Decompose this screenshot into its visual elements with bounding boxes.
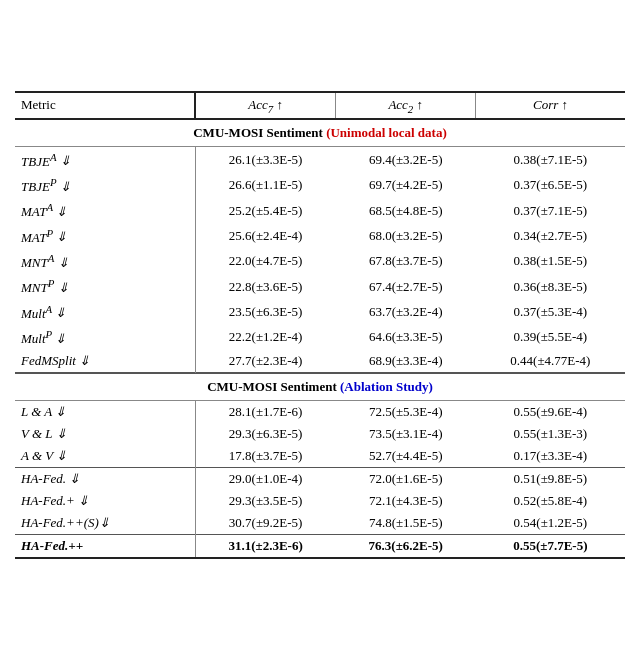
acc2-cell: 72.5(±5.3E-4) [336, 400, 476, 423]
corr-cell: 0.52(±5.8E-4) [476, 490, 625, 512]
table-row: V & L ⇓ 29.3(±6.3E-5) 73.5(±3.1E-4) 0.55… [15, 423, 625, 445]
corr-header: Corr ↑ [476, 92, 625, 120]
metric-cell: MATP ⇓ [15, 223, 195, 248]
metric-cell: HA-Fed.++(S)⇓ [15, 512, 195, 535]
table-row: L & A ⇓ 28.1(±1.7E-6) 72.5(±5.3E-4) 0.55… [15, 400, 625, 423]
table-row: TBJEA ⇓ 26.1(±3.3E-5) 69.4(±3.2E-5) 0.38… [15, 147, 625, 173]
section2-header: CMU-MOSI Sentiment (Ablation Study) [15, 373, 625, 400]
corr-cell: 0.55(±9.6E-4) [476, 400, 625, 423]
corr-cell: 0.34(±2.7E-5) [476, 223, 625, 248]
corr-cell: 0.38(±7.1E-5) [476, 147, 625, 173]
acc2-cell: 76.3(±6.2E-5) [336, 535, 476, 559]
metric-cell: MNTP ⇓ [15, 274, 195, 299]
acc7-cell: 26.1(±3.3E-5) [195, 147, 336, 173]
metric-cell: HA-Fed.+ ⇓ [15, 490, 195, 512]
acc7-cell: 22.2(±1.2E-4) [195, 325, 336, 350]
acc2-cell: 69.7(±4.2E-5) [336, 173, 476, 198]
acc2-cell: 73.5(±3.1E-4) [336, 423, 476, 445]
table-row: MNTA ⇓ 22.0(±4.7E-5) 67.8(±3.7E-5) 0.38(… [15, 249, 625, 274]
table-row: MultA ⇓ 23.5(±6.3E-5) 63.7(±3.2E-4) 0.37… [15, 299, 625, 324]
metric-cell: MATA ⇓ [15, 198, 195, 223]
metric-header: Metric [15, 92, 195, 120]
acc7-cell: 29.0(±1.0E-4) [195, 468, 336, 490]
table-row: HA-Fed.++(S)⇓ 30.7(±9.2E-5) 74.8(±1.5E-5… [15, 512, 625, 535]
acc7-cell: 22.8(±3.6E-5) [195, 274, 336, 299]
table-row: MATA ⇓ 25.2(±5.4E-5) 68.5(±4.8E-5) 0.37(… [15, 198, 625, 223]
acc2-cell: 68.9(±3.3E-4) [336, 350, 476, 373]
acc7-cell: 26.6(±1.1E-5) [195, 173, 336, 198]
corr-cell: 0.37(±5.3E-4) [476, 299, 625, 324]
metric-cell: MultA ⇓ [15, 299, 195, 324]
metric-cell: MultP ⇓ [15, 325, 195, 350]
table-container: Metric Acc7 ↑ Acc2 ↑ Corr ↑ CMU-MOSI Sen… [15, 91, 625, 560]
acc2-cell: 63.7(±3.2E-4) [336, 299, 476, 324]
acc2-cell: 67.8(±3.7E-5) [336, 249, 476, 274]
acc7-cell: 29.3(±6.3E-5) [195, 423, 336, 445]
corr-cell: 0.39(±5.5E-4) [476, 325, 625, 350]
acc2-cell: 74.8(±1.5E-5) [336, 512, 476, 535]
acc7-cell: 25.6(±2.4E-4) [195, 223, 336, 248]
section2-title-colored: (Ablation Study) [340, 379, 433, 394]
table-row: HA-Fed.++ 31.1(±2.3E-6) 76.3(±6.2E-5) 0.… [15, 535, 625, 559]
acc7-cell: 29.3(±3.5E-5) [195, 490, 336, 512]
metric-cell: TBJEA ⇓ [15, 147, 195, 173]
corr-cell: 0.37(±6.5E-5) [476, 173, 625, 198]
section2-title-plain: CMU-MOSI Sentiment [207, 379, 340, 394]
corr-cell: 0.55(±1.3E-3) [476, 423, 625, 445]
metric-cell: V & L ⇓ [15, 423, 195, 445]
metric-cell: TBJEP ⇓ [15, 173, 195, 198]
acc7-cell: 23.5(±6.3E-5) [195, 299, 336, 324]
metric-cell: L & A ⇓ [15, 400, 195, 423]
corr-cell: 0.17(±3.3E-4) [476, 445, 625, 468]
section1-title-plain: CMU-MOSI Sentiment [193, 125, 326, 140]
table-header: Metric Acc7 ↑ Acc2 ↑ Corr ↑ [15, 92, 625, 120]
section1-header: CMU-MOSI Sentiment (Unimodal local data) [15, 119, 625, 147]
acc2-cell: 72.0(±1.6E-5) [336, 468, 476, 490]
table-row: A & V ⇓ 17.8(±3.7E-5) 52.7(±4.4E-5) 0.17… [15, 445, 625, 468]
acc2-cell: 67.4(±2.7E-5) [336, 274, 476, 299]
metric-cell: A & V ⇓ [15, 445, 195, 468]
acc7-cell: 31.1(±2.3E-6) [195, 535, 336, 559]
table-row: MultP ⇓ 22.2(±1.2E-4) 64.6(±3.3E-5) 0.39… [15, 325, 625, 350]
acc7-header: Acc7 ↑ [195, 92, 336, 120]
acc2-cell: 68.0(±3.2E-5) [336, 223, 476, 248]
metric-cell: HA-Fed. ⇓ [15, 468, 195, 490]
acc7-cell: 28.1(±1.7E-6) [195, 400, 336, 423]
corr-cell: 0.51(±9.8E-5) [476, 468, 625, 490]
table-row: MNTP ⇓ 22.8(±3.6E-5) 67.4(±2.7E-5) 0.36(… [15, 274, 625, 299]
section1-title-colored: (Unimodal local data) [326, 125, 447, 140]
acc2-cell: 64.6(±3.3E-5) [336, 325, 476, 350]
corr-cell: 0.37(±7.1E-5) [476, 198, 625, 223]
corr-cell: 0.55(±7.7E-5) [476, 535, 625, 559]
corr-cell: 0.36(±8.3E-5) [476, 274, 625, 299]
table-row: FedMSplit ⇓ 27.7(±2.3E-4) 68.9(±3.3E-4) … [15, 350, 625, 373]
table-row: HA-Fed.+ ⇓ 29.3(±3.5E-5) 72.1(±4.3E-5) 0… [15, 490, 625, 512]
corr-cell: 0.54(±1.2E-5) [476, 512, 625, 535]
metric-cell: MNTA ⇓ [15, 249, 195, 274]
acc7-cell: 22.0(±4.7E-5) [195, 249, 336, 274]
acc7-cell: 25.2(±5.4E-5) [195, 198, 336, 223]
corr-cell: 0.44(±4.77E-4) [476, 350, 625, 373]
acc2-cell: 69.4(±3.2E-5) [336, 147, 476, 173]
metric-cell: FedMSplit ⇓ [15, 350, 195, 373]
acc7-cell: 27.7(±2.3E-4) [195, 350, 336, 373]
table-row: MATP ⇓ 25.6(±2.4E-4) 68.0(±3.2E-5) 0.34(… [15, 223, 625, 248]
acc2-cell: 68.5(±4.8E-5) [336, 198, 476, 223]
corr-cell: 0.38(±1.5E-5) [476, 249, 625, 274]
acc7-cell: 17.8(±3.7E-5) [195, 445, 336, 468]
acc7-cell: 30.7(±9.2E-5) [195, 512, 336, 535]
acc2-cell: 52.7(±4.4E-5) [336, 445, 476, 468]
acc2-cell: 72.1(±4.3E-5) [336, 490, 476, 512]
table-row: HA-Fed. ⇓ 29.0(±1.0E-4) 72.0(±1.6E-5) 0.… [15, 468, 625, 490]
acc2-header: Acc2 ↑ [336, 92, 476, 120]
metric-cell: HA-Fed.++ [15, 535, 195, 559]
table-row: TBJEP ⇓ 26.6(±1.1E-5) 69.7(±4.2E-5) 0.37… [15, 173, 625, 198]
results-table: Metric Acc7 ↑ Acc2 ↑ Corr ↑ CMU-MOSI Sen… [15, 91, 625, 560]
